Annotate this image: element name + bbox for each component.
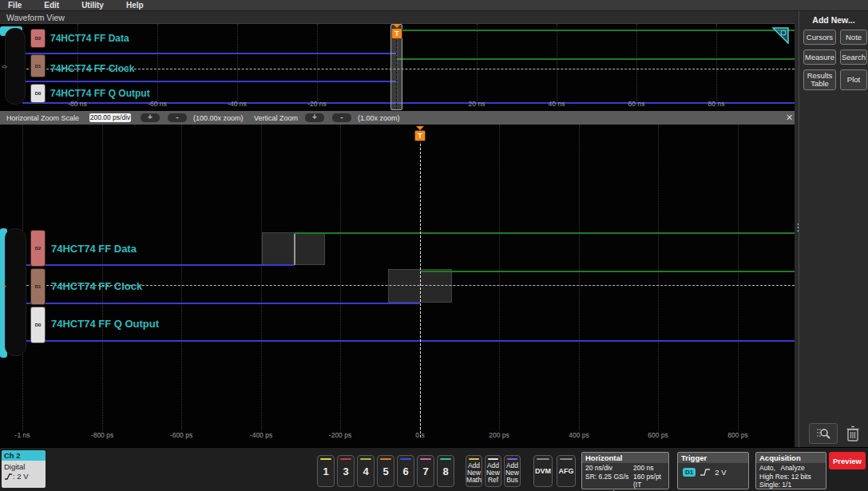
channel-color-stripe (340, 458, 351, 460)
channel-color-stripe (420, 458, 431, 460)
horizontal-zoom-minus-button[interactable]: - (168, 113, 187, 122)
zoom-close-icon[interactable]: ✕ (786, 113, 793, 123)
zoom-channel-handle-d2-label: D2 (35, 246, 42, 251)
zoom-channel-handle-d0[interactable]: D0 (30, 307, 46, 343)
axis-tick-label: -800 ps (91, 431, 113, 439)
button-add-new-math[interactable]: Add New Math (466, 455, 482, 487)
trigger-panel[interactable]: Trigger D1 2 V (677, 452, 749, 489)
zoom-tool-icon (815, 427, 831, 440)
horizontal-zoom-scale-input[interactable]: 200.00 ps/div (89, 113, 131, 122)
trigger-marker-zoom[interactable]: T (414, 126, 426, 141)
trace-segment (22, 69, 795, 69)
trigger-marker-badge: T (391, 28, 402, 39)
add-new-search-button[interactable]: Search (840, 49, 867, 65)
horizontal-sample-rate: SR: 6.25 GS/s (585, 473, 633, 489)
menu-item-help[interactable]: Help (126, 1, 144, 10)
misc-buttons: DVMAFG (533, 455, 576, 487)
button-label: DVM (535, 467, 551, 475)
channel-color-stripe (320, 458, 331, 460)
trace-segment (22, 81, 397, 82)
channel-label-d2[interactable]: 74HCT74 FF Data (50, 33, 129, 44)
add-new-results-table-button[interactable]: Results Table (803, 69, 836, 90)
channel-color-stripe (488, 458, 498, 460)
trace-segment (397, 58, 795, 60)
button-dvm[interactable]: DVM (533, 455, 553, 487)
channel-button-1[interactable]: 1 (317, 455, 335, 487)
gridline (579, 125, 580, 430)
menu-item-edit[interactable]: Edit (44, 1, 59, 10)
add-new-note-button[interactable]: Note (840, 30, 867, 45)
button-add-new-ref[interactable]: Add New Ref (485, 455, 501, 487)
channel-2-type: Digital (4, 462, 43, 472)
zoom-trigger-source-marker: <> (1, 283, 6, 289)
trigger-source-badge: D1 (683, 468, 696, 477)
zoom-channel-label-d0[interactable]: 74HCT74 FF Q Output (51, 318, 159, 330)
menu-item-utility[interactable]: Utility (81, 1, 104, 10)
axis-tick-label: 400 ps (569, 431, 589, 439)
channel-handle-group[interactable] (5, 28, 26, 105)
add-new-plot-button[interactable]: Plot (840, 69, 867, 90)
axis-tick-label: 80 ns (708, 100, 725, 108)
add-new-measure-button[interactable]: Measure (803, 49, 836, 65)
button-add-new-bus[interactable]: Add New Bus (504, 455, 521, 487)
channel-button-6[interactable]: 6 (397, 455, 414, 487)
horizontal-scale: 20 ns/div (585, 464, 633, 473)
channel-button-8[interactable]: 8 (437, 455, 454, 487)
trigger-panel-body: D1 2 V (678, 463, 748, 481)
vertical-zoom-plus-button[interactable]: + (305, 113, 324, 122)
channel-color-stripe (440, 458, 451, 460)
axis-tick-label: -400 ps (250, 431, 272, 439)
menu-item-file[interactable]: File (8, 1, 22, 10)
axis-tick-label: -20 ns (307, 100, 327, 108)
channel-label-d0[interactable]: 74HCT74 FF Q Output (50, 88, 150, 99)
trace-segment (397, 30, 795, 31)
button-label: 7 (422, 465, 428, 477)
axis-tick-label: -60 ns (148, 100, 167, 108)
channel-2-badge[interactable]: Ch 2 Digital : 2 V (2, 450, 46, 488)
zoom-channel-label-d1[interactable]: 74HCT74 FF Clock (51, 280, 142, 292)
zoom-channel-label-d2[interactable]: 74HCT74 FF Data (51, 243, 137, 255)
trace-segment (22, 264, 294, 266)
horizontal-panel[interactable]: Horizontal 20 ns/div 200 ns SR: 6.25 GS/… (581, 452, 669, 489)
horizontal-zoom-plus-button[interactable]: + (141, 113, 160, 122)
channel-color-stripe (469, 458, 479, 460)
zoom-waveform-plot[interactable]: <> D2 D1 D0 74HCT74 FF Data 74HCT74 FF C… (0, 125, 798, 447)
channel-handle-d1-label: D1 (35, 64, 42, 69)
preview-button[interactable]: Preview (829, 452, 866, 469)
trash-button[interactable] (842, 424, 863, 444)
channel-handle-d1[interactable]: D1 (30, 54, 46, 77)
zoom-channel-handle-d1[interactable]: D1 (30, 268, 46, 305)
channel-button-7[interactable]: 7 (417, 455, 434, 487)
add-new-source-buttons: Add New MathAdd New RefAdd New Bus (466, 455, 521, 487)
overview-waveform-plot[interactable]: <> D2 D1 D0 74HCT74 FF Data 74HCT74 FF C… (0, 24, 798, 111)
acquisition-panel[interactable]: Acquisition Auto, Analyze High Res: 12 b… (755, 452, 826, 489)
channel-button-4[interactable]: 4 (357, 455, 375, 487)
zoom-corner-indicator-icon[interactable] (772, 27, 789, 47)
zoom-channel-handle-group[interactable] (5, 228, 26, 356)
zoom-tool-button[interactable] (809, 423, 838, 444)
channel-button-5[interactable]: 5 (377, 455, 394, 487)
horizontal-resolution: 160 ps/pt (IT (633, 473, 665, 489)
button-label: 5 (382, 465, 388, 477)
acquisition-single: Single: 1/1 (759, 481, 822, 489)
view-title: Waveform View (0, 11, 798, 24)
channel-handle-d2[interactable]: D2 (30, 29, 46, 48)
gridline (157, 24, 158, 101)
trace-segment (294, 232, 795, 234)
axis-tick-label: -600 ps (170, 431, 192, 439)
vertical-zoom-minus-button[interactable]: - (332, 113, 351, 122)
button-afg[interactable]: AFG (557, 455, 576, 487)
channel-button-3[interactable]: 3 (337, 455, 355, 487)
trace-segment (294, 232, 295, 265)
channel-color-stripe (537, 458, 549, 460)
button-label: 1 (323, 465, 328, 477)
trigger-marker-overview[interactable]: T (391, 24, 402, 39)
button-label: Add New Ref (486, 462, 501, 484)
gridline (499, 125, 500, 430)
horizontal-panel-title: Horizontal (582, 453, 668, 463)
channel-label-d1[interactable]: 74HCT74 FF Clock (50, 63, 134, 74)
add-new-cursors-button[interactable]: Cursors (803, 30, 836, 45)
threshold-icon (4, 473, 13, 480)
axis-tick-label: 800 ps (727, 431, 748, 439)
zoom-channel-handle-d2[interactable]: D2 (30, 230, 46, 267)
